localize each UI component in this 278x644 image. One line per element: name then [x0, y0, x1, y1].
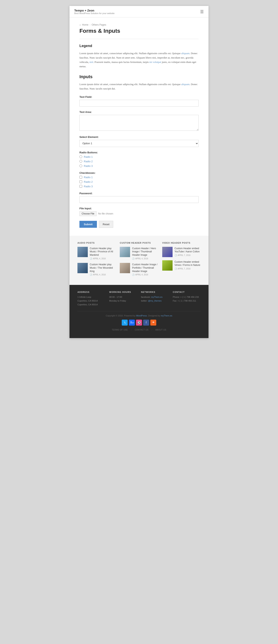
checkbox-link-2[interactable]: Radio 2: [84, 180, 93, 183]
twitter-social-icon[interactable]: 𝕏: [122, 320, 128, 326]
footer-address-col: ADDRESS 1 Infinite Loop Cupertino, CA 95…: [77, 291, 105, 306]
textarea-group: Text Area:: [79, 110, 199, 132]
radio-item-3[interactable]: Radio 3: [79, 164, 199, 168]
checkbox-label: Checkboxes:: [79, 172, 199, 174]
page-title: Forms & Inputs: [79, 28, 199, 34]
video-thumb-1: [162, 247, 173, 257]
video-post-date-1: 🕑 APRIL 7, 2016: [175, 254, 201, 256]
video-post-1: Custom Header embed YouTube / Aaron Colt…: [162, 247, 201, 257]
password-input[interactable]: [79, 196, 199, 203]
radio-input-2[interactable]: [79, 160, 82, 163]
clock-icon-2: 🕑: [90, 274, 92, 276]
copyright-text: Copyright © 2016. Powered by WordPress. …: [77, 314, 201, 317]
clock-icon-1: 🕑: [90, 258, 92, 260]
text-field-group: Text Field:: [79, 96, 199, 106]
footer-networks-text: facebook: myThem.es twitter: @my_themes: [141, 295, 169, 302]
submit-button[interactable]: Submit: [79, 221, 97, 228]
custom-post-info-1: Custom Header / Hero Image / Thumbnail H…: [132, 247, 158, 260]
audio-thumb-2: [77, 263, 88, 273]
audio-post-title-2[interactable]: Custom Header play Music / The Wounded K…: [90, 263, 116, 273]
checkbox-item-3[interactable]: Radio 3: [79, 185, 199, 188]
about-link[interactable]: ABOUT US: [155, 329, 166, 331]
breadcrumb-home[interactable]: Home: [82, 24, 88, 26]
radio-item-1[interactable]: Radio 1: [79, 155, 199, 158]
footer-links: TERMS OF USE / CONTACT US / ABOUT US: [77, 329, 201, 335]
checkbox-link-1[interactable]: Radio 1: [84, 176, 93, 179]
radio-group: Radio Buttons: Radio 1 Radio 2 Radio 3: [79, 151, 199, 168]
audio-post-date-2: 🕑 APRIL 4, 2016: [90, 274, 116, 276]
behance-social-icon[interactable]: B𝓮: [129, 320, 135, 326]
radio-input-1[interactable]: [79, 155, 82, 158]
video-post-title-1[interactable]: Custom Header embed YouTube / Aaron Colt…: [175, 247, 201, 254]
text-field-input[interactable]: [79, 100, 199, 106]
inputs-link1[interactable]: aliquam: [181, 83, 190, 86]
radio-input-3[interactable]: [79, 164, 82, 167]
custom-posts-col: CUSTOM HEADER POSTS Custom Header / Hero…: [120, 242, 158, 279]
footer-posts: AUDIO POSTS Custom Header play Music / P…: [70, 236, 208, 285]
textarea-input[interactable]: [79, 115, 199, 131]
custom-post-date-1: 🕑 APRIL 4, 2016: [132, 258, 158, 260]
radio-item-2[interactable]: Radio 2: [79, 160, 199, 163]
clock-icon-4: 🕑: [132, 274, 134, 276]
password-label: Password:: [79, 192, 199, 195]
file-input-wrapper: Choose File No file chosen: [79, 211, 199, 216]
legend-link2[interactable]: nisl: [90, 60, 93, 64]
mythemes-link[interactable]: myThem.es: [161, 314, 172, 317]
twitter-link[interactable]: @my_themes: [148, 300, 161, 302]
legend-link3[interactable]: mi volutpat: [149, 60, 161, 64]
audio-post-title-1[interactable]: Custom Header play Music / Province of A…: [90, 247, 116, 257]
choose-file-button[interactable]: Choose File: [79, 211, 97, 216]
checkbox-input-2[interactable]: [79, 180, 82, 183]
text-field-label: Text Field:: [79, 96, 199, 98]
form-buttons: Submit Reset: [79, 221, 199, 228]
video-posts-col: VIDEO HEADER POSTS Custom Header embed Y…: [162, 242, 201, 279]
breadcrumb: ⌂ Home › Others Pages: [79, 24, 199, 26]
custom-post-title-2[interactable]: Custom Header Image / Portfolio / Thumbn…: [132, 263, 158, 273]
facebook-link[interactable]: myThem.es: [151, 296, 162, 298]
contact-link[interactable]: CONTACT US: [135, 329, 149, 331]
terms-link[interactable]: TERMS OF USE: [112, 329, 128, 331]
inputs-section-title: Inputs: [79, 74, 199, 79]
audio-col-title: AUDIO POSTS: [77, 242, 116, 244]
file-input-group: File Input: Choose File No file chosen: [79, 207, 199, 216]
custom-post-info-2: Custom Header Image / Portfolio / Thumbn…: [132, 263, 158, 276]
audio-post-info-2: Custom Header play Music / The Wounded K…: [90, 263, 116, 276]
rss-social-icon[interactable]: ☂: [150, 320, 156, 326]
dribbble-social-icon[interactable]: ⚽: [136, 320, 142, 326]
checkbox-link-3[interactable]: Radio 3: [84, 185, 93, 188]
main-content: ⌂ Home › Others Pages Forms & Inputs Leg…: [70, 18, 208, 236]
footer-address-text: 1 Infinite Loop Cupertino, CA 95014 Cupe…: [77, 295, 105, 306]
custom-post-title-1[interactable]: Custom Header / Hero Image / Thumbnail H…: [132, 247, 158, 257]
clock-icon-6: 🕑: [175, 268, 177, 270]
audio-post-1: Custom Header play Music / Province of A…: [77, 247, 116, 260]
wordpress-link[interactable]: WordPress: [136, 314, 147, 317]
radio-label: Radio Buttons:: [79, 151, 199, 154]
video-col-title: VIDEO HEADER POSTS: [162, 242, 201, 244]
checkbox-item-1[interactable]: Radio 1: [79, 176, 199, 179]
footer-contact-text: Phone: + ( 1 ) 798 456 233 Fax: + ( 1 ) …: [173, 295, 201, 302]
checkbox-input-1[interactable]: [79, 176, 82, 178]
footer-address-title: ADDRESS: [77, 291, 105, 293]
home-icon: ⌂: [79, 24, 81, 26]
legend-section: Legend Lorem ipsum dolor sit amet, conse…: [79, 44, 199, 69]
select-input[interactable]: Option 1 Option 2 Option 3: [79, 140, 199, 147]
video-post-title-2[interactable]: Custom Header embed Vimeo / Forms in Nat…: [175, 260, 201, 267]
checkbox-input-3[interactable]: [79, 185, 82, 188]
reset-button[interactable]: Reset: [99, 221, 113, 228]
no-file-text: No file chosen: [98, 212, 113, 215]
video-post-info-1: Custom Header embed YouTube / Aaron Colt…: [175, 247, 201, 256]
radio-link-1[interactable]: Radio 1: [84, 155, 93, 158]
custom-post-2: Custom Header Image / Portfolio / Thumbn…: [120, 263, 158, 276]
clock-icon-3: 🕑: [132, 258, 134, 260]
audio-post-date-1: 🕑 APRIL 4, 2016: [90, 258, 116, 260]
select-label: Select Element:: [79, 136, 199, 138]
radio-link-2[interactable]: Radio 2: [84, 160, 93, 163]
radio-link-3[interactable]: Radio 3: [84, 164, 93, 168]
facebook-social-icon[interactable]: f: [143, 320, 149, 326]
legend-link1[interactable]: aliquam: [181, 52, 190, 55]
menu-icon[interactable]: ☰: [200, 9, 204, 14]
dark-footer: ADDRESS 1 Infinite Loop Cupertino, CA 95…: [70, 285, 208, 338]
checkbox-item-2[interactable]: Radio 2: [79, 180, 199, 183]
video-post-info-2: Custom Header embed Vimeo / Forms in Nat…: [175, 260, 201, 270]
footer-hours-col: WORKING HOURS 08:00 - 17:00 Monday to Fr…: [109, 291, 137, 306]
